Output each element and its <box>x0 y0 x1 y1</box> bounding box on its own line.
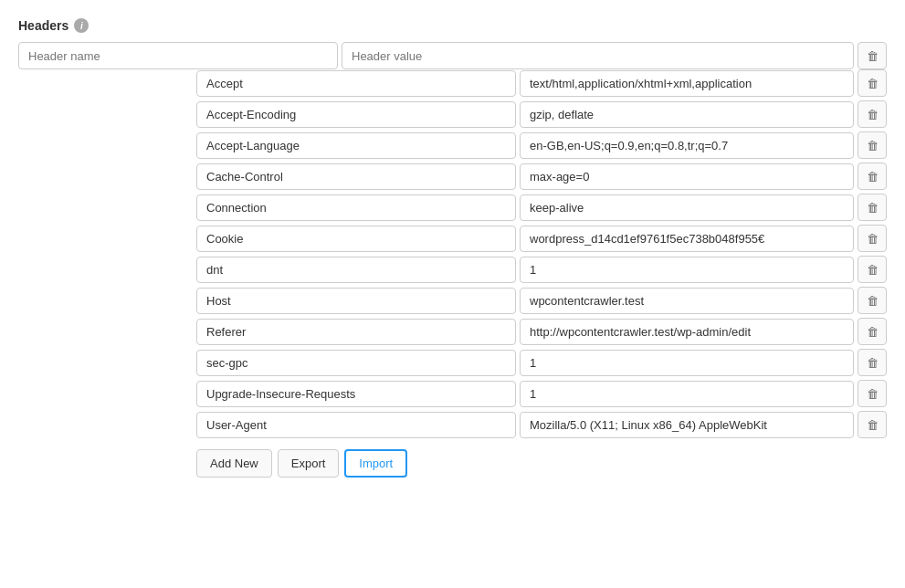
table-row: 🗑 <box>196 411 887 438</box>
delete-button[interactable]: 🗑 <box>858 349 887 376</box>
header-value-placeholder[interactable] <box>342 42 854 69</box>
header-value-input[interactable] <box>520 70 854 97</box>
header-name-input[interactable] <box>196 101 516 128</box>
delete-button-placeholder[interactable]: 🗑 <box>858 42 887 69</box>
delete-button[interactable]: 🗑 <box>858 318 887 345</box>
table-row: 🗑 <box>196 256 887 283</box>
header-value-input[interactable] <box>520 132 854 159</box>
delete-button[interactable]: 🗑 <box>858 100 887 128</box>
header-value-input[interactable] <box>520 350 854 376</box>
header-rows: 🗑🗑🗑🗑🗑🗑🗑🗑🗑🗑🗑🗑 <box>18 69 887 438</box>
table-row: 🗑 <box>196 318 887 345</box>
table-row: 🗑 <box>196 163 887 190</box>
trash-icon: 🗑 <box>867 356 879 370</box>
trash-icon: 🗑 <box>867 387 879 401</box>
table-row: 🗑 <box>196 131 887 159</box>
delete-button[interactable]: 🗑 <box>858 131 887 159</box>
trash-icon: 🗑 <box>867 294 879 308</box>
trash-icon: 🗑 <box>867 418 879 432</box>
trash-icon: 🗑 <box>867 77 879 90</box>
table-row: 🗑 <box>196 194 887 221</box>
header-name-input[interactable] <box>196 226 516 252</box>
delete-button[interactable]: 🗑 <box>858 411 887 438</box>
delete-button[interactable]: 🗑 <box>858 287 887 314</box>
header-name-input[interactable] <box>196 132 516 159</box>
add-new-button[interactable]: Add New <box>196 449 272 478</box>
table-row: 🗑 <box>196 349 887 376</box>
delete-button[interactable]: 🗑 <box>858 256 887 283</box>
header-name-input[interactable] <box>196 194 516 221</box>
action-buttons: Add New Export Import <box>196 449 887 478</box>
trash-icon: 🗑 <box>867 170 879 184</box>
table-row: 🗑 <box>196 380 887 407</box>
delete-button[interactable]: 🗑 <box>858 69 887 97</box>
header-value-input[interactable] <box>520 381 854 407</box>
header-value-input[interactable] <box>520 163 854 190</box>
trash-icon: 🗑 <box>867 139 879 152</box>
header-name-placeholder[interactable] <box>18 42 338 69</box>
column-headers-row: 🗑 <box>18 42 887 69</box>
delete-button[interactable]: 🗑 <box>858 225 887 252</box>
table-row: 🗑 <box>196 69 887 97</box>
import-button[interactable]: Import <box>344 449 407 478</box>
headers-title: Headers <box>18 18 68 33</box>
table-row: 🗑 <box>196 225 887 252</box>
header-name-input[interactable] <box>196 163 516 190</box>
trash-icon: 🗑 <box>867 325 879 339</box>
header-name-input[interactable] <box>196 319 516 345</box>
headers-title-row: Headers i <box>18 18 887 33</box>
info-icon[interactable]: i <box>74 18 89 33</box>
trash-icon: 🗑 <box>867 232 879 246</box>
header-value-input[interactable] <box>520 412 854 438</box>
export-button[interactable]: Export <box>278 449 340 478</box>
header-value-input[interactable] <box>520 101 854 128</box>
table-row: 🗑 <box>196 100 887 128</box>
trash-icon: 🗑 <box>867 201 879 215</box>
headers-section: Headers i 🗑 🗑🗑🗑🗑🗑🗑🗑🗑🗑🗑🗑🗑 Add New Export … <box>18 18 887 478</box>
header-value-input[interactable] <box>520 257 854 283</box>
header-name-input[interactable] <box>196 350 516 376</box>
table-row: 🗑 <box>196 287 887 314</box>
header-name-input[interactable] <box>196 70 516 97</box>
header-name-input[interactable] <box>196 257 516 283</box>
header-value-input[interactable] <box>520 194 854 221</box>
header-value-input[interactable] <box>520 319 854 345</box>
trash-icon: 🗑 <box>867 263 879 277</box>
header-name-input[interactable] <box>196 381 516 407</box>
delete-button[interactable]: 🗑 <box>858 163 887 190</box>
header-value-input[interactable] <box>520 288 854 314</box>
header-name-input[interactable] <box>196 412 516 438</box>
header-name-input[interactable] <box>196 288 516 314</box>
trash-icon: 🗑 <box>867 108 879 121</box>
delete-button[interactable]: 🗑 <box>858 380 887 407</box>
header-value-input[interactable] <box>520 226 854 252</box>
delete-button[interactable]: 🗑 <box>858 194 887 221</box>
trash-icon: 🗑 <box>867 49 879 63</box>
